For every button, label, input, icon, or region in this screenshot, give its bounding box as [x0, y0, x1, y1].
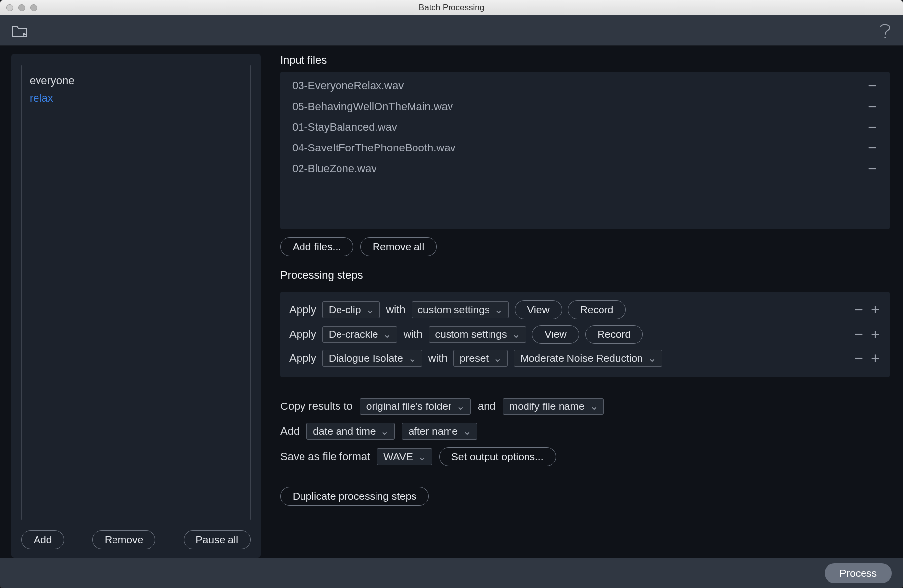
set-output-options-button[interactable]: Set output options...: [439, 447, 556, 466]
file-format-value: WAVE: [383, 451, 413, 463]
processing-step-row: ApplyDialogue Isolate⌄withpreset⌄Moderat…: [289, 347, 881, 369]
input-file-name: 03-EveryoneRelax.wav: [292, 79, 404, 92]
chevron-down-icon: ⌄: [408, 352, 417, 364]
mode-select-value: custom settings: [435, 329, 507, 340]
input-file-name: 04-SaveItForThePhoneBooth.wav: [292, 142, 455, 154]
mode-select[interactable]: custom settings⌄: [429, 326, 527, 343]
with-label: with: [428, 352, 448, 365]
input-file-name: 02-BlueZone.wav: [292, 162, 376, 175]
add-suffix-label: Add: [280, 425, 300, 438]
process-button[interactable]: Process: [825, 563, 892, 583]
name-action-value: modify file name: [509, 401, 585, 412]
remove-file-icon[interactable]: −: [867, 80, 878, 91]
module-select-value: De-clip: [329, 304, 361, 316]
apply-label: Apply: [289, 352, 316, 365]
chevron-down-icon: ⌄: [366, 304, 375, 316]
record-button[interactable]: Record: [585, 325, 643, 344]
step-add-remove: −+: [853, 304, 881, 315]
view-button[interactable]: View: [515, 300, 562, 319]
help-icon[interactable]: [879, 22, 892, 39]
chevron-down-icon: ⌄: [380, 425, 389, 437]
add-files-button[interactable]: Add files...: [280, 237, 353, 256]
apply-label: Apply: [289, 303, 316, 316]
preset-select[interactable]: Moderate Noise Reduction⌄: [514, 350, 662, 367]
preset-list: everyonerelax: [21, 65, 251, 520]
chevron-down-icon: ⌄: [648, 352, 657, 364]
mode-select-value: preset: [460, 352, 489, 364]
titlebar: Batch Processing: [0, 0, 903, 15]
suffix-type-select[interactable]: date and time ⌄: [306, 423, 395, 440]
input-file-row[interactable]: 05-BehavingWellOnTheMain.wav−: [289, 96, 881, 117]
processing-step-row: ApplyDe-crackle⌄withcustom settings⌄View…: [289, 322, 881, 347]
content-area: Input files 03-EveryoneRelax.wav−05-Beha…: [280, 54, 903, 558]
zoom-window-icon[interactable]: [30, 4, 37, 11]
processing-steps-panel: ApplyDe-clip⌄withcustom settings⌄ViewRec…: [280, 292, 890, 377]
suffix-type-value: date and time: [313, 425, 376, 437]
chevron-down-icon: ⌄: [493, 352, 502, 364]
processing-step-row: ApplyDe-clip⌄withcustom settings⌄ViewRec…: [289, 297, 881, 322]
with-label: with: [403, 328, 422, 341]
input-file-row[interactable]: 02-BlueZone.wav−: [289, 158, 881, 179]
preset-add-button[interactable]: Add: [21, 530, 64, 549]
suffix-position-select[interactable]: after name ⌄: [402, 423, 477, 440]
view-button[interactable]: View: [532, 325, 579, 344]
add-step-icon[interactable]: +: [870, 329, 881, 340]
module-select-value: Dialogue Isolate: [329, 352, 403, 364]
module-select[interactable]: De-clip⌄: [322, 301, 380, 318]
destination-value: original file's folder: [366, 401, 452, 412]
with-label: with: [386, 303, 405, 316]
destination-select[interactable]: original file's folder ⌄: [360, 398, 471, 415]
and-label: and: [478, 400, 496, 413]
input-file-row[interactable]: 01-StayBalanced.wav−: [289, 117, 881, 138]
preset-select-value: Moderate Noise Reduction: [520, 352, 643, 364]
folder-run-icon[interactable]: [11, 24, 27, 37]
remove-step-icon[interactable]: −: [853, 329, 864, 340]
minimize-window-icon[interactable]: [18, 4, 25, 11]
preset-item[interactable]: everyone: [30, 72, 242, 89]
close-window-icon[interactable]: [6, 4, 13, 11]
chevron-down-icon: ⌄: [418, 451, 427, 463]
chevron-down-icon: ⌄: [590, 401, 599, 412]
apply-label: Apply: [289, 328, 316, 341]
remove-step-icon[interactable]: −: [853, 304, 864, 315]
preset-pauseall-button[interactable]: Pause all: [184, 530, 251, 549]
step-add-remove: −+: [853, 353, 881, 364]
input-file-row[interactable]: 04-SaveItForThePhoneBooth.wav−: [289, 138, 881, 158]
toolbar: [0, 15, 903, 46]
chevron-down-icon: ⌄: [463, 425, 472, 437]
copy-results-label: Copy results to: [280, 400, 353, 413]
remove-file-icon[interactable]: −: [867, 163, 878, 174]
input-files-panel: 03-EveryoneRelax.wav−05-BehavingWellOnTh…: [280, 72, 890, 229]
name-action-select[interactable]: modify file name ⌄: [503, 398, 604, 415]
window-title: Batch Processing: [419, 3, 484, 13]
module-select[interactable]: De-crackle⌄: [322, 326, 397, 343]
record-button[interactable]: Record: [568, 300, 626, 319]
mode-select[interactable]: preset⌄: [453, 350, 508, 367]
file-format-select[interactable]: WAVE ⌄: [377, 448, 432, 465]
remove-step-icon[interactable]: −: [853, 353, 864, 364]
add-step-icon[interactable]: +: [870, 304, 881, 315]
preset-item[interactable]: relax: [30, 89, 242, 107]
module-select[interactable]: Dialogue Isolate⌄: [322, 350, 422, 367]
remove-file-icon[interactable]: −: [867, 101, 878, 112]
mode-select[interactable]: custom settings⌄: [412, 301, 509, 318]
remove-file-icon[interactable]: −: [867, 122, 878, 133]
main-area: everyonerelax Add Remove Pause all Input…: [0, 46, 903, 558]
input-file-name: 05-BehavingWellOnTheMain.wav: [292, 100, 453, 113]
input-files-heading: Input files: [280, 54, 890, 67]
save-as-label: Save as file format: [280, 450, 370, 463]
preset-remove-button[interactable]: Remove: [92, 530, 155, 549]
input-file-row[interactable]: 03-EveryoneRelax.wav−: [289, 75, 881, 96]
preset-sidebar: everyonerelax Add Remove Pause all: [11, 54, 261, 558]
remove-file-icon[interactable]: −: [867, 143, 878, 153]
input-file-name: 01-StayBalanced.wav: [292, 121, 397, 134]
mode-select-value: custom settings: [418, 304, 490, 316]
remove-all-files-button[interactable]: Remove all: [360, 237, 437, 256]
chevron-down-icon: ⌄: [383, 329, 392, 340]
add-step-icon[interactable]: +: [870, 353, 881, 364]
duplicate-steps-button[interactable]: Duplicate processing steps: [280, 487, 429, 506]
chevron-down-icon: ⌄: [456, 401, 465, 412]
chevron-down-icon: ⌄: [494, 304, 503, 316]
suffix-position-value: after name: [408, 425, 457, 437]
module-select-value: De-crackle: [329, 329, 378, 340]
